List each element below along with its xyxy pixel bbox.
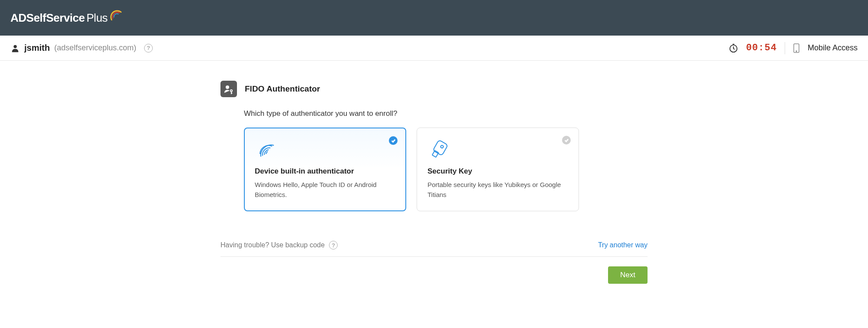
svg-point-8 (440, 145, 444, 148)
check-icon (389, 136, 398, 145)
check-icon (562, 136, 571, 144)
domain-label: (adselfserviceplus.com) (54, 43, 136, 52)
card-desc: Portable security keys like Yubikeys or … (427, 180, 568, 200)
next-button[interactable]: Next (608, 266, 648, 284)
authenticator-options: Device built-in authenticator Windows He… (244, 128, 648, 211)
user-bar: jsmith (adselfserviceplus.com) ? 00:54 M… (0, 36, 868, 61)
mobile-icon (793, 43, 800, 53)
card-title: Security Key (427, 167, 568, 176)
divider (785, 42, 785, 54)
svg-point-4 (226, 85, 229, 89)
svg-point-3 (796, 51, 797, 52)
main-content: FIDO Authenticator Which type of authent… (212, 81, 656, 284)
actions: Next (220, 266, 648, 284)
fido-badge-icon (220, 81, 237, 97)
logo-text: ADSelfServicePlus (10, 11, 108, 25)
help-icon[interactable]: ? (329, 241, 338, 249)
logo-arc-icon (108, 7, 124, 23)
usb-key-icon (427, 138, 450, 160)
svg-point-0 (13, 45, 16, 48)
username-label: jsmith (24, 43, 50, 53)
card-desc: Windows Hello, Apple Touch ID or Android… (255, 180, 395, 200)
user-icon (10, 43, 20, 53)
backup-code-hint: Having trouble? Use backup code ? (220, 241, 338, 249)
session-timer: 00:54 (746, 43, 777, 53)
enroll-prompt: Which type of authenticator you want to … (244, 109, 648, 118)
help-icon[interactable]: ? (144, 44, 153, 52)
fingerprint-icon (255, 138, 277, 160)
product-logo: ADSelfServicePlus (10, 11, 124, 25)
section-header: FIDO Authenticator (220, 81, 648, 97)
try-another-link[interactable]: Try another way (598, 241, 648, 249)
card-title: Device built-in authenticator (255, 167, 395, 176)
svg-point-5 (230, 90, 232, 92)
card-device-builtin[interactable]: Device built-in authenticator Windows He… (244, 128, 406, 211)
footer-row: Having trouble? Use backup code ? Try an… (220, 241, 648, 257)
svg-rect-6 (433, 140, 448, 155)
section-title: FIDO Authenticator (245, 84, 320, 94)
mobile-access-link[interactable]: Mobile Access (808, 43, 858, 52)
card-security-key[interactable]: Security Key Portable security keys like… (417, 128, 579, 211)
top-banner: ADSelfServicePlus (0, 0, 868, 36)
clock-icon (729, 43, 738, 53)
